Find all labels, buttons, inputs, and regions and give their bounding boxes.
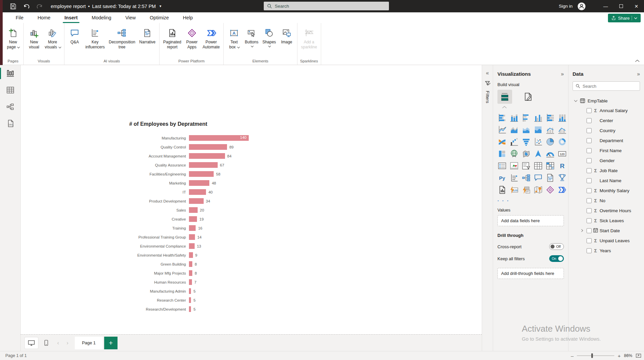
maximize-button[interactable] [613, 0, 629, 12]
key-influencers-visual-icon[interactable] [509, 173, 519, 183]
quick-measure-icon[interactable]: 123 [509, 185, 519, 195]
decomposition-tree-visual-icon[interactable] [521, 173, 531, 183]
arcgis-map-icon[interactable] [533, 185, 543, 195]
bar[interactable] [189, 306, 191, 312]
new-page-button[interactable]: + [104, 337, 118, 349]
dynamic-parameter-icon[interactable] [521, 185, 531, 195]
save-button[interactable] [7, 1, 19, 11]
bar-chart-visual[interactable]: # of Employees by Depratment Manufacturi… [114, 121, 249, 314]
multi-row-card-icon[interactable] [497, 161, 507, 170]
sidebar-table-view-button[interactable] [0, 82, 21, 98]
python-visual-icon[interactable]: Py [497, 173, 507, 183]
redo-button[interactable] [34, 1, 45, 11]
tab-modeling[interactable]: Modeling [85, 12, 119, 23]
bar[interactable] [189, 297, 191, 303]
key-influencers-button[interactable]: Keyinfluencers [84, 26, 106, 50]
fit-to-page-icon[interactable] [636, 353, 641, 358]
map-icon[interactable] [509, 149, 519, 158]
waterfall-chart-icon[interactable] [509, 137, 519, 146]
search-input[interactable] [275, 4, 375, 9]
cross-report-toggle[interactable]: Off [549, 243, 564, 250]
zoom-in-button[interactable]: + [618, 353, 621, 359]
buttons-button[interactable]: Buttons [243, 26, 260, 47]
next-page-arrow[interactable]: › [63, 337, 71, 349]
new-visual-button[interactable]: Newvisual [26, 26, 42, 50]
dropdown-chevron-icon[interactable] [17, 45, 20, 48]
donut-chart-icon[interactable] [558, 137, 567, 146]
minimize-button[interactable]: — [598, 0, 613, 12]
field-annual-salary[interactable]: ΣAnnual Salary [573, 105, 640, 115]
drill-through-field-well[interactable]: Add drill-through fields here [497, 268, 564, 279]
bar[interactable] [189, 198, 204, 204]
metrics-icon[interactable] [558, 173, 567, 183]
field-no[interactable]: ΣNo [573, 196, 640, 206]
field-last-name[interactable]: Last Name [573, 175, 640, 186]
sidebar-model-view-button[interactable] [0, 98, 21, 115]
power-apps-button[interactable]: PowerApps [184, 26, 200, 50]
field-first-name[interactable]: First Name [573, 145, 640, 155]
field-country[interactable]: Country [573, 125, 640, 135]
bar[interactable] [189, 153, 225, 159]
table-node-emptable[interactable]: EmpTable [573, 96, 640, 105]
paginated-report-visual-icon[interactable] [497, 185, 507, 195]
dropdown-chevron-icon[interactable] [251, 44, 253, 47]
previous-page-arrow[interactable]: ‹ [54, 337, 62, 349]
bar[interactable] [189, 261, 192, 267]
line-and-clustered-column-chart-icon[interactable] [558, 125, 567, 134]
tab-insert[interactable]: Insert [57, 12, 85, 23]
field-checkbox[interactable] [587, 188, 592, 193]
bar[interactable] [189, 288, 191, 294]
image-button[interactable]: Image [278, 26, 295, 45]
line-and-stacked-column-chart-icon[interactable] [546, 125, 555, 134]
field-start-date[interactable]: Start Date [573, 226, 640, 236]
matrix-icon[interactable] [546, 161, 555, 170]
power-apps-visual-icon[interactable] [546, 185, 555, 195]
field-overtime-hours[interactable]: ΣOvertime Hours [573, 206, 640, 216]
collapse-ribbon-icon[interactable] [635, 59, 640, 63]
field-checkbox[interactable] [587, 208, 592, 213]
dropdown-chevron-icon[interactable] [268, 44, 271, 47]
share-button[interactable]: Share [608, 14, 641, 22]
bar[interactable] [189, 144, 227, 150]
field-years[interactable]: ΣYears [573, 246, 640, 256]
line-chart-icon[interactable] [497, 125, 507, 134]
treemap-icon[interactable] [497, 149, 507, 158]
slicer-icon[interactable] [521, 161, 531, 170]
bar[interactable] [189, 243, 195, 249]
bar[interactable] [189, 252, 193, 258]
title-dropdown-caret-icon[interactable]: ▾ [160, 4, 162, 8]
new-page-button[interactable]: Newpage [5, 26, 21, 50]
pie-chart-icon[interactable] [546, 137, 555, 146]
qna-visual-icon[interactable] [533, 173, 543, 183]
dropdown-chevron-icon[interactable] [58, 45, 61, 48]
field-checkbox[interactable] [587, 158, 592, 163]
narrative-button[interactable]: Narrative [138, 26, 157, 45]
filters-pane-label[interactable]: Filters [485, 91, 490, 103]
field-checkbox[interactable] [587, 148, 592, 153]
field-monthly-salary[interactable]: ΣMonthly Salary [573, 186, 640, 196]
shapes-button[interactable]: Shapes [261, 26, 278, 47]
smart-narrative-icon[interactable] [546, 173, 555, 183]
bar[interactable] [189, 171, 214, 177]
power-automate-button[interactable]: PowerAutomate [201, 26, 221, 50]
mobile-layout-button[interactable] [39, 337, 53, 349]
gauge-icon[interactable] [546, 149, 555, 158]
bar[interactable] [189, 216, 197, 222]
table-icon[interactable] [533, 161, 543, 170]
more-visual-types-button[interactable]: . . . [497, 197, 564, 202]
keep-all-filters-toggle[interactable]: On [549, 255, 564, 262]
field-checkbox[interactable] [587, 198, 592, 203]
field-checkbox[interactable] [587, 228, 592, 233]
tab-home[interactable]: Home [30, 12, 57, 23]
ribbon-chart-icon[interactable] [497, 137, 507, 146]
clustered-column-chart-icon[interactable] [533, 113, 543, 122]
bar[interactable] [189, 270, 192, 276]
document-title[interactable]: employee report • Last saved: Today at 2… [51, 4, 161, 9]
field-department[interactable]: Department [573, 135, 640, 145]
field-job-rate[interactable]: ΣJob Rate [573, 165, 640, 175]
collapse-data-panel-icon[interactable]: » [637, 71, 640, 77]
zoom-slider[interactable] [577, 355, 614, 356]
kpi-icon[interactable] [509, 161, 519, 170]
field-checkbox[interactable] [587, 238, 592, 243]
bar[interactable] [189, 225, 196, 231]
